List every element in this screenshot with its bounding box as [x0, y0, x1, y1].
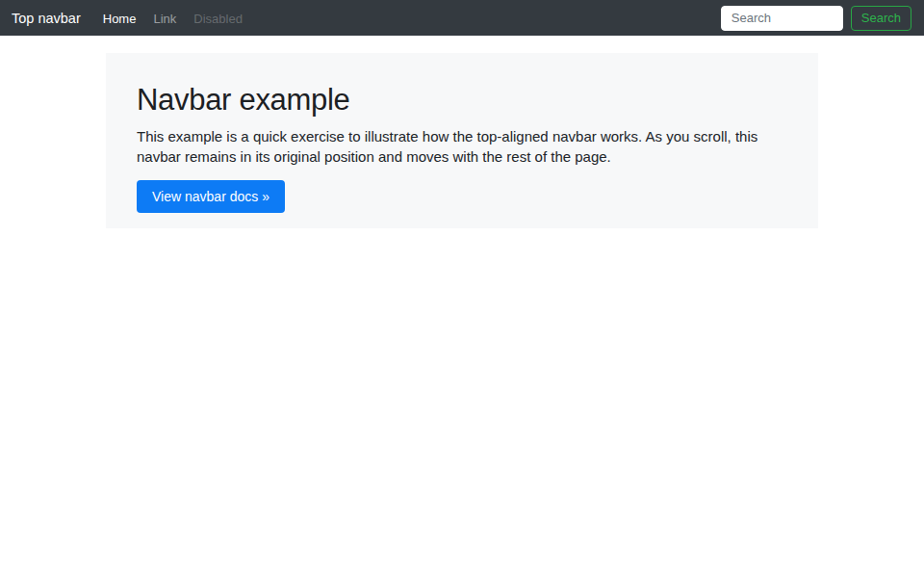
page-title: Navbar example: [137, 83, 787, 118]
nav-item-disabled: Disabled: [185, 10, 251, 27]
top-navbar: Top navbar Home Link Disabled Search: [0, 0, 924, 36]
nav-link-link[interactable]: Link: [144, 12, 185, 26]
jumbotron: Navbar example This example is a quick e…: [106, 53, 818, 228]
navbar-nav: Home Link Disabled: [94, 10, 251, 27]
search-button[interactable]: Search: [851, 6, 911, 31]
nav-link-home[interactable]: Home: [94, 12, 145, 26]
jumbotron-description: This example is a quick exercise to illu…: [137, 126, 783, 167]
view-navbar-docs-button[interactable]: View navbar docs »: [137, 180, 285, 213]
nav-link-disabled: Disabled: [185, 12, 251, 26]
search-input[interactable]: [721, 6, 843, 31]
navbar-search-form: Search: [721, 6, 911, 31]
main-container: Navbar example This example is a quick e…: [0, 36, 924, 228]
nav-item-link: Link: [144, 10, 185, 27]
navbar-brand[interactable]: Top navbar: [12, 11, 81, 26]
nav-item-home: Home: [94, 10, 145, 27]
